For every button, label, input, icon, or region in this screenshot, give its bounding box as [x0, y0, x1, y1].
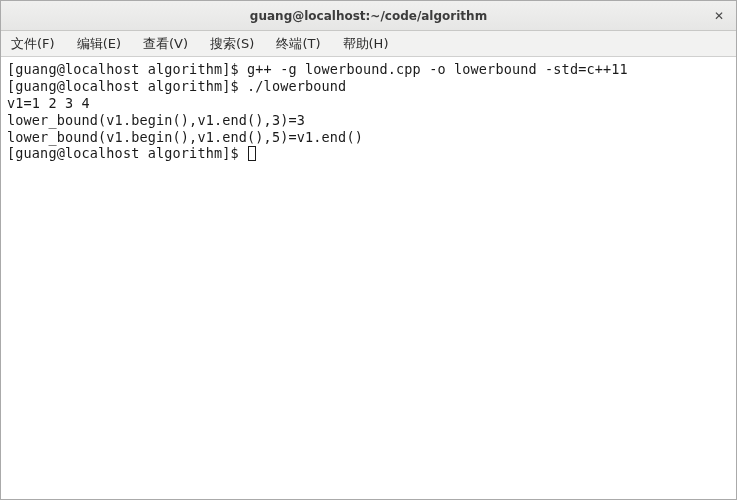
output-text: lower_bound(v1.begin(),v1.end(),3)=3	[7, 112, 305, 128]
terminal-line: lower_bound(v1.begin(),v1.end(),3)=3	[7, 112, 730, 129]
prompt: [guang@localhost algorithm]$	[7, 78, 247, 94]
prompt: [guang@localhost algorithm]$	[7, 145, 247, 161]
menu-view[interactable]: 查看(V)	[139, 33, 192, 55]
prompt: [guang@localhost algorithm]$	[7, 61, 247, 77]
menu-file[interactable]: 文件(F)	[7, 33, 59, 55]
terminal-area[interactable]: [guang@localhost algorithm]$ g++ -g lowe…	[1, 57, 736, 499]
menu-help[interactable]: 帮助(H)	[339, 33, 393, 55]
menubar: 文件(F) 编辑(E) 查看(V) 搜索(S) 终端(T) 帮助(H)	[1, 31, 736, 57]
output-text: v1=1 2 3 4	[7, 95, 98, 111]
close-icon: ✕	[714, 9, 724, 23]
menu-terminal[interactable]: 终端(T)	[272, 33, 324, 55]
command-text: g++ -g lowerbound.cpp -o lowerbound -std…	[247, 61, 628, 77]
terminal-line: [guang@localhost algorithm]$ g++ -g lowe…	[7, 61, 730, 78]
window-title: guang@localhost:~/code/algorithm	[250, 9, 487, 23]
menu-edit[interactable]: 编辑(E)	[73, 33, 125, 55]
titlebar: guang@localhost:~/code/algorithm ✕	[1, 1, 736, 31]
close-button[interactable]: ✕	[708, 5, 730, 27]
terminal-line: v1=1 2 3 4	[7, 95, 730, 112]
terminal-line: [guang@localhost algorithm]$	[7, 145, 730, 162]
menu-search[interactable]: 搜索(S)	[206, 33, 258, 55]
terminal-line: [guang@localhost algorithm]$ ./lowerboun…	[7, 78, 730, 95]
terminal-line: lower_bound(v1.begin(),v1.end(),5)=v1.en…	[7, 129, 730, 146]
command-text: ./lowerbound	[247, 78, 346, 94]
cursor	[248, 146, 256, 161]
output-text: lower_bound(v1.begin(),v1.end(),5)=v1.en…	[7, 129, 363, 145]
